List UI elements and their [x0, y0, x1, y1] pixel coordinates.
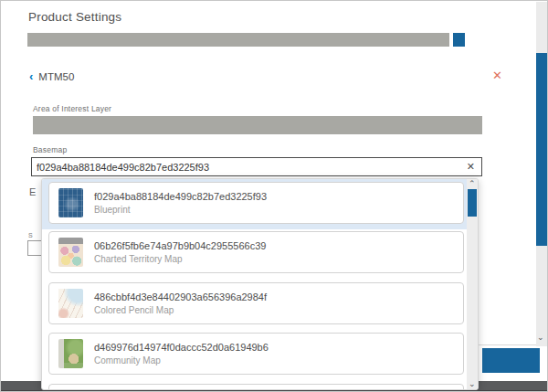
basemap-option-partial[interactable] — [48, 384, 464, 390]
basemap-option-colored-pencil[interactable]: 486cbbf4d3e84402903a656396a2984f Colored… — [48, 282, 464, 324]
basemap-option-id: 486cbbf4d3e84402903a656396a2984f — [94, 291, 267, 302]
close-icon[interactable]: ✕ — [492, 69, 502, 82]
basemap-option-blueprint[interactable]: f029a4ba88184de499c82b7ed3225f93 Bluepri… — [48, 182, 464, 224]
community-thumbnail — [58, 339, 83, 368]
basemap-option-charted-territory[interactable]: 06b26f5fb6e74a97b9b04c2955566c39 Charted… — [48, 231, 464, 273]
basemap-option-name: Colored Pencil Map — [94, 305, 267, 315]
basemap-input[interactable]: f029a4ba88184de499c82b7ed3225f93 ✕ — [31, 157, 482, 176]
basemap-option-id: f029a4ba88184de499c82b7ed3225f93 — [94, 191, 267, 202]
basemap-option-name: Community Map — [94, 355, 269, 366]
scroll-down-icon[interactable]: ⌄ — [469, 379, 476, 388]
product-settings-dialog: Product Settings ‹ MTM50 ✕ Area of Inter… — [0, 0, 548, 392]
basemap-option-community[interactable]: d469976d14974f0daccc52d0a61949b6 Communi… — [48, 333, 464, 375]
basemap-option-id: d469976d14974f0daccc52d0a61949b6 — [94, 342, 269, 353]
basemap-dropdown: f029a4ba88184de499c82b7ed3225f93 Bluepri… — [41, 178, 479, 390]
primary-action-button[interactable] — [482, 348, 540, 373]
back-link-mtm50[interactable]: ‹ MTM50 — [29, 70, 74, 82]
redacted-setting-bar — [27, 33, 449, 47]
blue-color-chip — [453, 33, 465, 47]
blueprint-thumbnail — [58, 188, 83, 217]
basemap-input-value: f029a4ba88184de499c82b7ed3225f93 — [37, 162, 467, 173]
dropdown-scrollbar-thumb[interactable] — [468, 189, 477, 217]
page-scrollbar[interactable]: ⌄ — [536, 2, 547, 346]
page-scrollbar-thumb[interactable] — [536, 53, 547, 246]
chevron-left-icon: ‹ — [29, 70, 33, 82]
aoi-layer-label: Area of Interest Layer — [33, 104, 111, 113]
aoi-layer-input[interactable] — [33, 116, 482, 134]
basemap-option-name: Charted Territory Map — [94, 254, 266, 264]
scroll-up-icon[interactable]: ⌃ — [469, 179, 476, 188]
dropdown-scrollbar[interactable]: ⌃ ⌄ — [467, 179, 478, 389]
back-link-label: MTM50 — [38, 71, 74, 82]
colored-pencil-thumbnail — [58, 289, 83, 318]
basemap-option-id: 06b26f5fb6e74a97b9b04c2955566c39 — [94, 240, 266, 251]
charted-territory-thumbnail — [58, 238, 83, 267]
page-title: Product Settings — [28, 10, 121, 24]
covered-field-label-fragment-2: S — [28, 232, 33, 238]
covered-field-label-fragment: E — [29, 186, 36, 197]
scroll-down-icon[interactable]: ⌄ — [537, 333, 544, 342]
basemap-label: Basemap — [33, 145, 67, 154]
basemap-option-name: Blueprint — [94, 205, 267, 215]
clear-input-icon[interactable]: ✕ — [467, 161, 475, 173]
